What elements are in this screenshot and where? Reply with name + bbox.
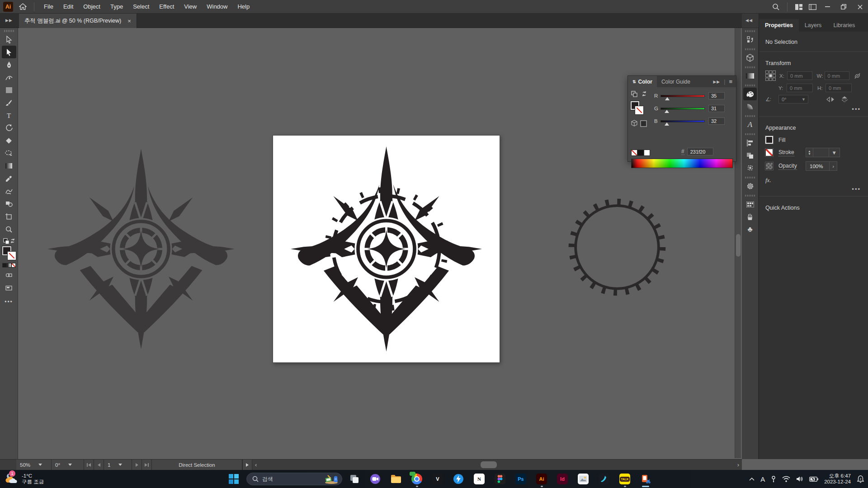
v-app-icon[interactable]: V — [432, 474, 443, 484]
green-slider[interactable] — [660, 108, 705, 110]
screen-mode-icon[interactable] — [2, 282, 16, 294]
constrain-proportions-icon[interactable] — [853, 71, 862, 80]
capture-tool-icon[interactable] — [640, 474, 651, 484]
h-field[interactable]: 0 mm — [826, 84, 852, 92]
restore-button[interactable] — [835, 0, 852, 14]
dock-drag-handle[interactable] — [745, 48, 755, 50]
artboard-tool[interactable] — [2, 210, 16, 223]
stroke-weight-widget[interactable]: ▲▼ ▼ — [806, 148, 840, 157]
horizontal-scrollbar[interactable]: ‹ › — [252, 460, 742, 470]
color-spectrum-bar[interactable] — [631, 159, 733, 168]
type-tool[interactable]: T — [2, 109, 16, 122]
color-panel-icon[interactable] — [743, 88, 757, 100]
transform-more-options[interactable]: ••• — [759, 105, 868, 113]
blend-tool[interactable] — [2, 185, 16, 197]
y-field[interactable]: 0 mm — [787, 84, 813, 92]
rectangle-tool[interactable] — [2, 84, 16, 96]
menu-help[interactable]: Help — [232, 0, 255, 14]
notion-icon[interactable]: N — [474, 474, 485, 484]
tab-color-guide[interactable]: Color Guide — [657, 76, 695, 87]
emblem-artwork-main[interactable] — [278, 140, 495, 358]
blue-value-field[interactable]: 32 — [708, 117, 725, 125]
menu-file[interactable]: File — [39, 0, 58, 14]
asset-export-panel-icon[interactable] — [743, 33, 757, 46]
panel-menu-icon[interactable]: ≡ — [729, 78, 732, 85]
task-view-icon[interactable] — [349, 474, 360, 484]
weather-widget[interactable]: 1 -1°C 구름 조금 — [5, 473, 44, 486]
next-artboard-button[interactable] — [132, 460, 142, 470]
character-panel-icon[interactable]: A — [743, 118, 757, 131]
clock[interactable]: 오후 6:47 2023-12-24 — [824, 473, 851, 485]
red-slider-thumb[interactable] — [665, 97, 670, 100]
battery-icon[interactable] — [809, 477, 818, 482]
document-tab[interactable]: 추적 앰블럼.ai @ 50 % (RGB/Preview) × — [19, 14, 137, 28]
dock-drag-handle[interactable] — [745, 133, 755, 135]
menu-effect[interactable]: Effect — [154, 0, 179, 14]
status-menu-arrow[interactable] — [242, 460, 252, 470]
photos-app-icon[interactable] — [578, 474, 589, 484]
rotate-tool[interactable] — [2, 122, 16, 134]
fx-button[interactable]: fx. — [759, 172, 868, 185]
dock-collapse-icon[interactable]: ◀◀ — [745, 18, 753, 23]
blue-slider[interactable] — [660, 120, 705, 122]
last-artboard-button[interactable] — [142, 460, 152, 470]
transform-panel-icon[interactable] — [743, 162, 757, 174]
chevron-right-icon[interactable]: › — [829, 162, 837, 170]
first-artboard-button[interactable] — [84, 460, 94, 470]
curvature-tool[interactable] — [2, 71, 16, 84]
tab-libraries[interactable]: Libraries — [827, 19, 861, 32]
reference-point-selector[interactable] — [765, 70, 776, 81]
tab-color[interactable]: ⇅Color — [628, 76, 657, 87]
rotation-select[interactable]: 0°▼ — [778, 95, 808, 103]
panel-overflow-icon[interactable]: ▶▶ — [713, 80, 720, 84]
horizontal-scrollbar-thumb[interactable] — [481, 461, 497, 468]
home-icon[interactable] — [16, 0, 29, 14]
menu-type[interactable]: Type — [105, 0, 128, 14]
brushes-panel-icon[interactable] — [743, 211, 757, 223]
color-mode-icon[interactable] — [2, 263, 7, 267]
start-button[interactable] — [228, 474, 239, 484]
kakaotalk-icon[interactable]: TALK — [619, 474, 630, 484]
color-fill-stroke-indicator[interactable] — [631, 101, 646, 116]
gradient-tool[interactable] — [2, 160, 16, 172]
gear-ring-artwork[interactable] — [565, 195, 670, 300]
edit-toolbar-icon[interactable]: ••• — [5, 299, 13, 305]
close-button[interactable] — [852, 0, 868, 14]
hidden-icons-chevron[interactable] — [749, 477, 755, 481]
search-icon[interactable] — [769, 0, 783, 14]
indesign-icon[interactable]: Id — [557, 474, 568, 484]
eraser-tool[interactable] — [2, 134, 16, 147]
tab-close-icon[interactable]: × — [127, 18, 131, 24]
color-mode-cube-icon[interactable] — [631, 119, 649, 127]
none-swatch[interactable] — [631, 150, 637, 156]
taskbar-search[interactable]: 검색 — [246, 473, 342, 485]
vertical-scrollbar-thumb[interactable] — [736, 234, 741, 257]
menu-edit[interactable]: Edit — [58, 0, 78, 14]
opacity-value[interactable]: 100% — [806, 164, 829, 169]
zoom-tool[interactable] — [2, 223, 16, 235]
red-slider[interactable] — [660, 95, 705, 97]
green-slider-thumb[interactable] — [665, 110, 669, 113]
workspace-switcher-icon[interactable] — [806, 0, 819, 14]
x-field[interactable]: 0 mm — [787, 71, 812, 80]
menu-view[interactable]: View — [179, 0, 202, 14]
pen-tool[interactable] — [2, 58, 16, 71]
gradient-panel-icon[interactable] — [743, 70, 757, 82]
opacity-swatch[interactable] — [765, 162, 773, 170]
dock-drag-handle[interactable] — [745, 177, 755, 178]
menu-window[interactable]: Window — [202, 0, 232, 14]
appearance-stroke-swatch[interactable] — [765, 149, 773, 156]
dock-drag-handle[interactable] — [745, 195, 755, 197]
scroll-left-icon[interactable]: ‹ — [255, 461, 257, 468]
file-explorer-icon[interactable] — [391, 474, 401, 484]
selection-tool[interactable] — [2, 33, 16, 46]
ime-toolbar-icon[interactable] — [771, 475, 776, 483]
tab-properties[interactable]: Properties — [759, 19, 799, 32]
red-value-field[interactable]: 35 — [708, 92, 725, 99]
w-field[interactable]: 0 mm — [825, 71, 849, 80]
menu-object[interactable]: Object — [78, 0, 105, 14]
align-panel-icon[interactable] — [743, 136, 757, 149]
white-swatch[interactable] — [644, 150, 650, 156]
pathfinder-panel-icon[interactable] — [743, 149, 757, 162]
opacity-label[interactable]: Opacity — [778, 163, 797, 170]
